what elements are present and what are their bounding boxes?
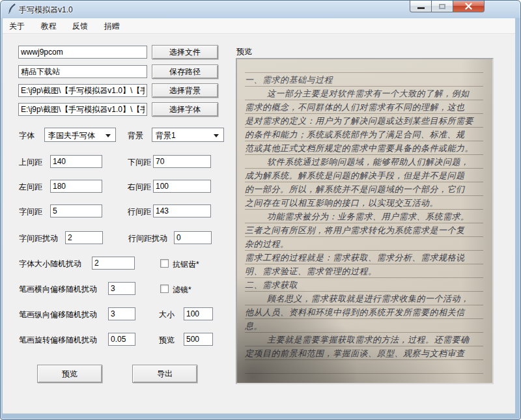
- window-controls: [410, 1, 485, 12]
- preview-button[interactable]: 预览: [37, 365, 102, 383]
- background-select[interactable]: 背景1: [152, 128, 224, 142]
- export-button[interactable]: 导出: [132, 365, 197, 383]
- handwriting-lines: 一、需求的基础与过程这一部分主要是对软件需求有一个大致的了解，例如需求的概念，不…: [237, 59, 492, 383]
- char-spacing-perturb-label: 字间距扰动: [19, 233, 58, 244]
- size-label: 大小: [159, 309, 175, 320]
- minimize-button[interactable]: [410, 1, 432, 12]
- handwriting-line: 成为解系统。解系统是问题的解决手段，但是并不是问题: [245, 169, 483, 182]
- menubar: 关于 教程 反馈 捐赠: [3, 18, 515, 34]
- save-path-input[interactable]: [18, 65, 147, 78]
- filter-checkbox-label: 滤镜*: [173, 285, 191, 296]
- chevron-down-icon: [106, 134, 111, 137]
- handwriting-line: 一、需求的基础与过程: [245, 73, 483, 87]
- handwriting-line: 的条件和能力；系统或系统部件为了满足合同、标准、规: [245, 128, 483, 141]
- maximize-button[interactable]: [432, 1, 453, 12]
- line-spacing-input[interactable]: [153, 204, 211, 217]
- bottom-spacing-input[interactable]: [153, 155, 211, 168]
- line-spacing-perturb-label: 行间距扰动: [128, 233, 167, 244]
- menu-tutorial[interactable]: 教程: [34, 18, 63, 34]
- right-spacing-label: 右间距: [128, 182, 151, 193]
- stroke-horizontal-perturb-label: 笔画横向偏移随机扰动: [19, 284, 97, 295]
- select-file-button[interactable]: 选择文件: [152, 45, 218, 59]
- handwriting-line: 主要就是需要掌握获取需求的方法，过程。还需要确: [245, 333, 483, 346]
- filter-checkbox[interactable]: [160, 285, 169, 293]
- preview-count-input[interactable]: [184, 333, 213, 346]
- left-spacing-input[interactable]: [50, 180, 102, 193]
- stroke-rotation-perturb-input[interactable]: [108, 333, 135, 346]
- handwriting-line: 顾名思义，需求获取就是进行需求收集的一个活动，: [245, 292, 483, 305]
- handwriting-line: 是对需求的定义：用户为了解决问题或达到某些目标所需要: [245, 114, 483, 128]
- chevron-down-icon: [214, 134, 219, 137]
- handwriting-line: 三者之间有所区别，将用户需求转化为系统需求是一个复: [245, 223, 483, 237]
- top-spacing-input[interactable]: [50, 155, 102, 168]
- minimize-icon: [417, 7, 425, 9]
- maximize-icon: [439, 4, 445, 9]
- font-select-value: 李国夫手写体: [48, 131, 95, 140]
- left-spacing-label: 左间距: [19, 182, 42, 193]
- handwriting-line: 之间存在可以相互影响的接口，以实现交互活动。: [245, 196, 483, 210]
- preview-panel-label: 预览: [236, 46, 252, 57]
- feather-app-icon: [7, 3, 18, 14]
- stroke-vertical-perturb-label: 笔画纵向偏移随机扰动: [19, 309, 97, 320]
- text-file-input[interactable]: [18, 46, 147, 59]
- background-select-label: 背景: [128, 130, 143, 141]
- preview-count-label: 预览: [159, 335, 175, 346]
- handwriting-line: 软件系统通过影响问题域，能够帮助人们解决问题，: [245, 155, 483, 169]
- save-path-button[interactable]: 保存路径: [152, 64, 218, 79]
- app-window: 手写模拟器v1.0 关于 教程 反馈 捐赠 选择文件: [0, 0, 521, 420]
- handwriting-line: 息。: [245, 319, 483, 333]
- stroke-vertical-perturb-input[interactable]: [108, 307, 135, 320]
- bottom-spacing-label: 下间距: [128, 157, 151, 168]
- background-path-input[interactable]: [18, 84, 147, 97]
- line-spacing-perturb-input[interactable]: [174, 231, 212, 244]
- handwriting-paper: 一、需求的基础与过程这一部分主要是对软件需求有一个大致的了解，例如需求的概念，不…: [237, 59, 492, 383]
- preview-image-box: 一、需求的基础与过程这一部分主要是对软件需求有一个大致的了解，例如需求的概念，不…: [236, 58, 494, 384]
- menu-feedback[interactable]: 反馈: [66, 18, 94, 34]
- handwriting-line: 范或其他正式文档所规定的需求中需要具备的条件或能力。: [245, 141, 483, 155]
- size-input[interactable]: [184, 307, 213, 320]
- handwriting-line: 杂的过程。: [245, 237, 483, 251]
- select-background-button[interactable]: 选择背景: [152, 83, 218, 98]
- menu-about[interactable]: 关于: [3, 18, 31, 34]
- client-area: 关于 教程 反馈 捐赠 选择文件 保存路径 选择背景 选择字体 字体 李国夫手写…: [3, 18, 515, 413]
- close-button[interactable]: [453, 1, 485, 12]
- handwriting-line: 需求工程的过程就是：需求获取、需求分析、需求规格说: [245, 251, 483, 264]
- handwriting-line: 的一部分。所以，解系统并不是问题域的一个部分，它们: [245, 182, 483, 196]
- font-size-perturb-input[interactable]: [92, 257, 135, 270]
- line-spacing-label: 行间距: [128, 206, 151, 217]
- char-spacing-perturb-input[interactable]: [65, 231, 103, 244]
- font-size-perturb-label: 字体大小随机扰动: [19, 259, 81, 270]
- top-spacing-label: 上间距: [19, 157, 42, 168]
- antialias-checkbox[interactable]: [160, 259, 169, 268]
- stroke-rotation-perturb-label: 笔画旋转偏移随机扰动: [19, 335, 97, 346]
- handwriting-line: 这一部分主要是对软件需求有一个大致的了解，例如: [245, 87, 483, 100]
- handwriting-line: 定项目的前景和范围，掌握面谈、原型、观察与文档审查: [245, 346, 483, 360]
- handwriting-line: 明、需求验证、需求管理的过程。: [245, 264, 483, 278]
- titlebar[interactable]: 手写模拟器v1.0: [1, 1, 520, 18]
- handwriting-line: 二、需求获取: [245, 278, 483, 292]
- antialias-checkbox-label: 抗锯齿*: [173, 259, 199, 270]
- char-spacing-label: 字间距: [19, 206, 42, 217]
- font-path-input[interactable]: [18, 103, 147, 116]
- handwriting-line: 需求的概念，不同群体的人们对需求有不同的理解，这也: [245, 100, 483, 114]
- char-spacing-input[interactable]: [50, 204, 102, 217]
- menu-donate[interactable]: 捐赠: [97, 18, 126, 34]
- close-icon: [465, 3, 472, 10]
- font-select-label: 字体: [19, 130, 35, 141]
- handwriting-line: 功能需求被分为：业务需求、用户需求、系统需求。: [245, 210, 483, 223]
- background-select-value: 背景1: [156, 131, 176, 140]
- right-spacing-input[interactable]: [153, 180, 211, 193]
- font-select[interactable]: 李国夫手写体: [44, 128, 116, 142]
- window-title: 手写模拟器v1.0: [19, 5, 73, 16]
- handwriting-line: 他从人员、资料和环境中得到的系统开发所需要的相关信: [245, 305, 483, 319]
- select-font-button[interactable]: 选择字体: [152, 102, 218, 117]
- stroke-horizontal-perturb-input[interactable]: [108, 282, 135, 295]
